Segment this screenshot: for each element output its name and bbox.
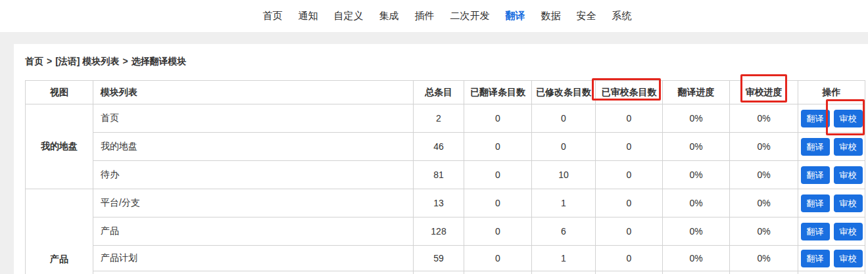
module-name: 产品 [93,217,414,246]
module-name: 首页 [93,104,414,133]
empty-cell [596,271,663,274]
actions-cell: 翻译审校 [798,246,865,271]
table-row: 我的地盘460000%0%翻译审校 [26,133,865,161]
total-cell: 13 [414,189,464,217]
translate-button[interactable]: 翻译 [801,110,830,127]
translate-button[interactable]: 翻译 [801,250,830,267]
translated-cell: 0 [464,246,532,271]
empty-cell [414,271,464,274]
modified-cell: 10 [532,161,596,189]
empty-cell [93,271,414,274]
nav-item-7[interactable]: 数据 [541,10,561,22]
nav-item-9[interactable]: 系统 [612,10,632,22]
top-navigation: 首页通知自定义集成插件二次开发翻译数据安全系统 [0,0,868,33]
module-name: 产品计划 [93,246,414,271]
review-progress-cell: 0% [730,189,798,217]
empty-cell [532,271,596,274]
empty-cell [464,271,532,274]
review-button[interactable]: 审校 [834,138,863,156]
translate-button[interactable]: 翻译 [801,166,830,184]
module-name: 我的地盘 [93,133,414,161]
reviewed-cell: 0 [596,104,663,133]
breadcrumb-segment-0[interactable]: 首页 [25,56,43,66]
column-header-module-list: 模块列表 [93,81,414,104]
view-group-label: 产品 [26,189,93,274]
column-header-translate-progress: 翻译进度 [663,81,730,104]
actions-cell: 翻译审校 [798,189,865,217]
translate-progress-cell: 0% [663,189,730,217]
review-button[interactable]: 审校 [834,194,863,212]
nav-item-2[interactable]: 自定义 [334,10,364,22]
translate-button[interactable]: 翻译 [801,223,830,240]
column-header-actions: 操作 [798,81,865,104]
translation-modules-table: 视图 模块列表 总条目 已翻译条目数 已修改条目数 已审校条目数 翻译进度 审校… [25,80,865,274]
review-progress-cell: 0% [730,161,798,189]
actions-cell: 翻译审校 [798,104,865,133]
review-progress-cell: 0% [730,246,798,271]
translate-button[interactable]: 翻译 [801,194,830,212]
table-body: 我的地盘首页20000%0%翻译审校我的地盘460000%0%翻译审校待办810… [26,104,865,274]
column-header-total-entries: 总条目 [414,81,464,104]
translated-cell: 0 [464,161,532,189]
reviewed-cell: 0 [596,133,663,161]
total-cell: 59 [414,246,464,271]
modified-cell: 0 [532,104,596,133]
review-button[interactable]: 审校 [834,110,863,127]
nav-item-6[interactable]: 翻译 [506,10,525,22]
review-button[interactable]: 审校 [834,223,863,240]
empty-cell [730,271,798,274]
content-panel: 首页>[法语] 模块列表>选择翻译模块 视图 模块列表 总条目 已翻译条目数 已… [14,44,868,274]
reviewed-cell: 0 [596,217,663,246]
breadcrumb: 首页>[法语] 模块列表>选择翻译模块 [14,44,868,69]
breadcrumb-segment-1[interactable]: [法语] 模块列表 [55,56,119,66]
nav-item-0[interactable]: 首页 [263,10,283,22]
actions-cell: 翻译审校 [798,133,865,161]
translate-progress-cell: 0% [663,104,730,133]
modified-cell: 1 [532,189,596,217]
translate-progress-cell: 0% [663,133,730,161]
column-header-modified-count: 已修改条目数 [532,81,596,104]
translated-cell: 0 [464,217,532,246]
column-header-view: 视图 [26,81,93,104]
total-cell: 128 [414,217,464,246]
review-button[interactable]: 审校 [834,166,863,184]
breadcrumb-segment-2: 选择翻译模块 [132,56,187,66]
reviewed-cell: 0 [596,189,663,217]
table-row: 待办8101000%0%翻译审校 [26,161,865,189]
table-row: 产品平台/分支130100%0%翻译审校 [26,189,865,217]
translated-cell: 0 [464,189,532,217]
table-row: 产品计划590100%0%翻译审校 [26,246,865,271]
translated-cell: 0 [464,104,532,133]
table-header-row: 视图 模块列表 总条目 已翻译条目数 已修改条目数 已审校条目数 翻译进度 审校… [26,81,865,104]
review-progress-cell: 0% [730,217,798,246]
actions-cell: 翻译审校 [798,217,865,246]
nav-item-1[interactable]: 通知 [299,10,318,22]
nav-item-8[interactable]: 安全 [577,10,596,22]
column-header-reviewed-count: 已审校条目数 [596,81,663,104]
breadcrumb-separator: > [47,56,52,66]
nav-item-3[interactable]: 集成 [379,10,399,22]
review-progress-cell: 0% [730,104,798,133]
nav-item-4[interactable]: 插件 [415,10,435,22]
total-cell: 2 [414,104,464,133]
empty-cell [663,271,730,274]
view-group-label: 我的地盘 [26,104,93,189]
nav-item-5[interactable]: 二次开发 [450,10,490,22]
module-name: 待办 [93,161,414,189]
actions-cell: 翻译审校 [798,161,865,189]
column-header-review-progress: 审校进度 [730,81,798,104]
table-row-cutoff [26,271,865,274]
empty-cell [798,271,865,274]
translated-cell: 0 [464,133,532,161]
review-button[interactable]: 审校 [834,250,863,267]
table-row: 产品1280600%0%翻译审校 [26,217,865,246]
modified-cell: 1 [532,246,596,271]
column-header-translated-count: 已翻译条目数 [464,81,532,104]
module-name: 平台/分支 [93,189,414,217]
total-cell: 81 [414,161,464,189]
reviewed-cell: 0 [596,246,663,271]
translate-progress-cell: 0% [663,217,730,246]
translate-button[interactable]: 翻译 [801,138,830,156]
breadcrumb-separator: > [122,56,128,66]
reviewed-cell: 0 [596,161,663,189]
